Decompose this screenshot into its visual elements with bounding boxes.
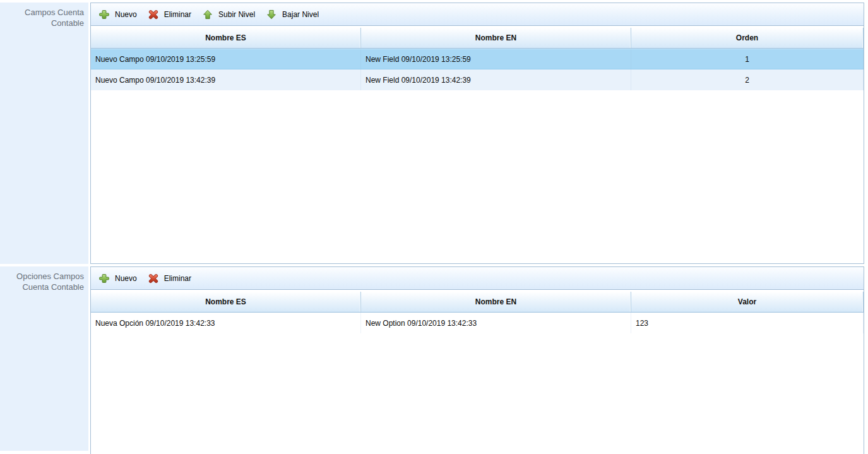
campos-grid-panel: Nuevo Eliminar bbox=[90, 3, 864, 264]
fieldset-label-campos: Campos Cuenta Contable bbox=[0, 3, 88, 264]
table-row[interactable]: Nueva Opción 09/10/2019 13:42:33 New Opt… bbox=[91, 313, 864, 333]
eliminar-button-label: Eliminar bbox=[164, 274, 191, 283]
cell-nombre-es: Nuevo Campo 09/10/2019 13:42:39 bbox=[91, 69, 361, 90]
campos-cuenta-contable-section: Campos Cuenta Contable Nuevo bbox=[0, 3, 868, 264]
opciones-grid-panel: Nuevo Eliminar bbox=[90, 266, 864, 454]
campos-grid-empty-area bbox=[91, 90, 864, 263]
delete-icon bbox=[148, 9, 158, 20]
fieldset-label-opciones: Opciones Campos Cuenta Contable bbox=[0, 266, 88, 451]
nuevo-button-label: Nuevo bbox=[115, 274, 137, 283]
arrow-down-icon bbox=[266, 9, 276, 20]
column-header-nombre-es[interactable]: Nombre ES bbox=[91, 292, 361, 312]
cell-nombre-es: Nueva Opción 09/10/2019 13:42:33 bbox=[91, 313, 361, 333]
table-row[interactable]: Nuevo Campo 09/10/2019 13:42:39 New Fiel… bbox=[91, 69, 864, 90]
column-header-nombre-es[interactable]: Nombre ES bbox=[91, 28, 361, 48]
opciones-toolbar: Nuevo Eliminar bbox=[91, 267, 864, 290]
cell-nombre-es: Nuevo Campo 09/10/2019 13:25:59 bbox=[91, 49, 361, 69]
bajar-nivel-button[interactable]: Bajar Nivel bbox=[262, 7, 326, 22]
delete-icon bbox=[148, 273, 158, 284]
cell-orden: 2 bbox=[631, 69, 864, 90]
table-row[interactable]: Nuevo Campo 09/10/2019 13:25:59 New Fiel… bbox=[91, 49, 864, 69]
cell-nombre-en: New Field 09/10/2019 13:25:59 bbox=[361, 49, 631, 69]
column-header-nombre-en[interactable]: Nombre EN bbox=[361, 292, 631, 312]
add-icon bbox=[99, 273, 109, 284]
cell-nombre-en: New Option 09/10/2019 13:42:33 bbox=[361, 313, 631, 333]
eliminar-button[interactable]: Eliminar bbox=[144, 271, 198, 286]
cell-valor: 123 bbox=[631, 313, 864, 333]
add-icon bbox=[99, 9, 109, 20]
campos-toolbar: Nuevo Eliminar bbox=[91, 3, 864, 26]
arrow-up-icon bbox=[203, 9, 213, 20]
eliminar-button-label: Eliminar bbox=[164, 10, 191, 19]
nuevo-button-label: Nuevo bbox=[115, 10, 137, 19]
subir-nivel-button[interactable]: Subir Nivel bbox=[198, 7, 262, 22]
bajar-nivel-button-label: Bajar Nivel bbox=[282, 10, 319, 19]
cell-nombre-en: New Field 09/10/2019 13:42:39 bbox=[361, 69, 631, 90]
subir-nivel-button-label: Subir Nivel bbox=[218, 10, 255, 19]
column-header-valor[interactable]: Valor bbox=[631, 292, 864, 312]
nuevo-button[interactable]: Nuevo bbox=[95, 7, 144, 22]
opciones-grid-header: Nombre ES Nombre EN Valor bbox=[91, 292, 864, 313]
opciones-campos-section: Opciones Campos Cuenta Contable Nuevo bbox=[0, 266, 868, 454]
column-header-orden[interactable]: Orden bbox=[631, 28, 864, 48]
opciones-grid-empty-area bbox=[91, 333, 864, 454]
column-header-nombre-en[interactable]: Nombre EN bbox=[361, 28, 631, 48]
nuevo-button[interactable]: Nuevo bbox=[95, 271, 144, 286]
eliminar-button[interactable]: Eliminar bbox=[144, 7, 198, 22]
campos-grid-header: Nombre ES Nombre EN Orden bbox=[91, 28, 864, 49]
cell-orden: 1 bbox=[631, 49, 864, 69]
